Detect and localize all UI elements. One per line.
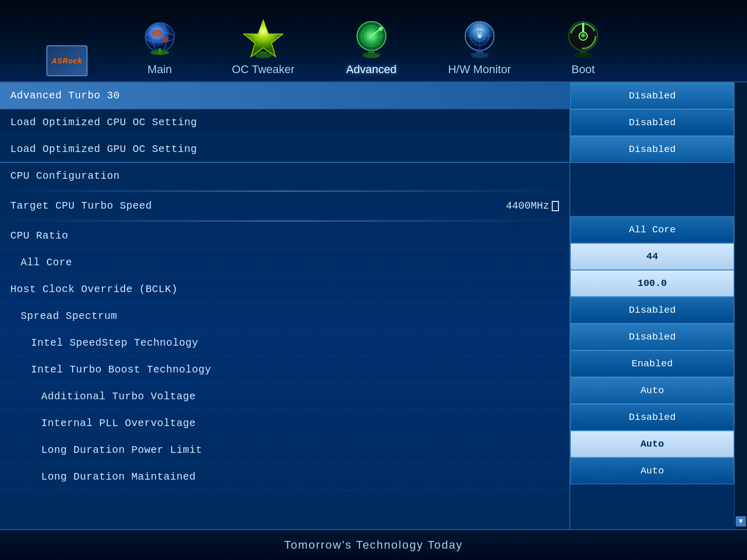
setting-row-cpu-config[interactable]: CPU Configuration — [0, 163, 569, 190]
svg-point-31 — [471, 53, 488, 58]
setting-label-target-cpu-turbo: Target CPU Turbo Speed — [10, 200, 152, 212]
setting-label-intel-speedstep: Intel SpeedStep Technology — [31, 337, 198, 349]
setting-row-long-duration-maintained[interactable]: Long Duration Maintained — [0, 464, 569, 490]
globe-icon — [139, 18, 180, 59]
nav-label-main: Main — [147, 63, 172, 76]
value-btn-all-core[interactable]: All Core — [570, 216, 734, 243]
setting-row-advanced-turbo[interactable]: Advanced Turbo 30 — [0, 82, 569, 109]
setting-row-cpu-ratio[interactable]: CPU Ratio — [0, 223, 569, 249]
bios-screen: ASRock — [0, 0, 747, 560]
setting-row-intel-turbo[interactable]: Intel Turbo Boost Technology — [0, 357, 569, 383]
asrock-logo-icon: ASRock — [46, 45, 88, 76]
setting-row-all-core[interactable]: All Core — [0, 249, 569, 276]
nav-item-oc-tweaker[interactable]: OC Tweaker — [206, 18, 320, 81]
setting-label-long-duration-maintained: Long Duration Maintained — [41, 471, 196, 483]
content-area: Advanced Turbo 30 Load Optimized CPU OC … — [0, 82, 747, 529]
nav-item-advanced[interactable]: Advanced — [320, 18, 422, 81]
nav-label-advanced: Advanced — [346, 63, 397, 76]
radar-icon — [351, 18, 392, 59]
value-btn-auto2[interactable]: Auto — [570, 431, 734, 457]
setting-label-advanced-turbo: Advanced Turbo 30 — [10, 90, 120, 101]
target-cpu-turbo-value: 4400MHz — [506, 200, 549, 212]
power-icon — [563, 18, 604, 59]
settings-panel: Advanced Turbo 30 Load Optimized CPU OC … — [0, 82, 569, 529]
value-panel: Disabled Disabled Disabled All Core — [569, 82, 734, 529]
value-btn-disabled1[interactable]: Disabled — [570, 82, 734, 109]
value-btn-auto3[interactable]: Auto — [570, 457, 734, 484]
hw-monitor-icon — [459, 18, 500, 59]
setting-label-host-clock: Host Clock Override (BCLK) — [10, 283, 178, 295]
svg-point-22 — [363, 53, 380, 58]
nav-label-boot: Boot — [571, 63, 595, 76]
value-btn-disabled-ss[interactable]: Disabled — [570, 297, 734, 324]
setting-label-cpu-ratio: CPU Ratio — [10, 230, 69, 242]
nav-bar: ASRock — [0, 0, 747, 82]
setting-label-intel-turbo: Intel Turbo Boost Technology — [31, 364, 211, 376]
nav-label-oc-tweaker: OC Tweaker — [232, 63, 295, 76]
svg-point-20 — [379, 27, 383, 31]
scrollbar[interactable]: ▼ — [734, 82, 747, 529]
nav-item-asrock[interactable]: ASRock — [21, 45, 113, 81]
divider-line-2 — [10, 220, 559, 222]
svg-point-36 — [579, 32, 587, 40]
setting-row-target-cpu-turbo[interactable]: Target CPU Turbo Speed 4400MHz — [0, 193, 569, 219]
setting-row-internal-pll[interactable]: Internal PLL Overvoltage — [0, 410, 569, 437]
nav-label-hw-monitor: H/W Monitor — [448, 63, 511, 76]
setting-row-load-cpu-oc[interactable]: Load Optimized CPU OC Setting — [0, 109, 569, 136]
nav-item-main[interactable]: Main — [113, 18, 206, 81]
value-btn-auto1[interactable]: Auto — [570, 377, 734, 404]
setting-label-all-core: All Core — [21, 257, 72, 268]
svg-point-12 — [255, 53, 271, 58]
svg-point-8 — [161, 37, 169, 42]
right-section: Disabled Disabled Disabled All Core — [569, 82, 747, 529]
svg-point-38 — [575, 53, 591, 58]
divider-line-1 — [10, 191, 559, 192]
setting-label-load-cpu-oc: Load Optimized CPU OC Setting — [10, 116, 197, 128]
value-empty-cpu-config — [570, 163, 734, 190]
setting-row-intel-speedstep[interactable]: Intel SpeedStep Technology — [0, 330, 569, 357]
setting-row-long-duration-power[interactable]: Long Duration Power Limit — [0, 437, 569, 464]
value-btn-enabled[interactable]: Enabled — [570, 350, 734, 377]
svg-rect-6 — [158, 48, 161, 54]
setting-label-additional-turbo: Additional Turbo Voltage — [41, 391, 196, 402]
svg-point-29 — [478, 34, 482, 38]
settings-list: Advanced Turbo 30 Load Optimized CPU OC … — [0, 82, 569, 490]
footer-text: Tomorrow's Technology Today — [284, 538, 463, 552]
value-btn-disabled2[interactable]: Disabled — [570, 109, 734, 136]
scroll-arrow-down-icon[interactable]: ▼ — [736, 516, 746, 527]
setting-label-long-duration-power: Long Duration Power Limit — [41, 444, 202, 456]
star-icon — [243, 18, 284, 59]
setting-label-load-gpu-oc: Load Optimized GPU OC Setting — [10, 143, 197, 155]
nav-item-hw-monitor[interactable]: H/W Monitor — [422, 18, 537, 81]
setting-label-cpu-config: CPU Configuration — [10, 170, 120, 182]
setting-row-additional-turbo[interactable]: Additional Turbo Voltage — [0, 383, 569, 410]
value-btn-disabled3[interactable]: Disabled — [570, 136, 734, 163]
setting-row-spread-spectrum[interactable]: Spread Spectrum — [0, 303, 569, 330]
setting-row-load-gpu-oc[interactable]: Load Optimized GPU OC Setting — [0, 136, 569, 163]
value-btn-disabled-is[interactable]: Disabled — [570, 324, 734, 350]
value-empty-target-turbo — [570, 190, 734, 216]
svg-marker-10 — [244, 20, 283, 57]
cursor — [552, 201, 559, 211]
footer: Tomorrow's Technology Today — [0, 529, 747, 560]
value-btn-44[interactable]: 44 — [570, 243, 734, 270]
value-btn-100-0[interactable]: 100.0 — [570, 270, 734, 297]
svg-point-7 — [152, 29, 162, 37]
value-btn-disabled-pll[interactable]: Disabled — [570, 404, 734, 431]
setting-label-spread-spectrum: Spread Spectrum — [21, 310, 117, 322]
nav-item-boot[interactable]: Boot — [537, 18, 630, 81]
setting-label-internal-pll: Internal PLL Overvoltage — [41, 417, 196, 429]
setting-row-host-clock[interactable]: Host Clock Override (BCLK) — [0, 276, 569, 303]
